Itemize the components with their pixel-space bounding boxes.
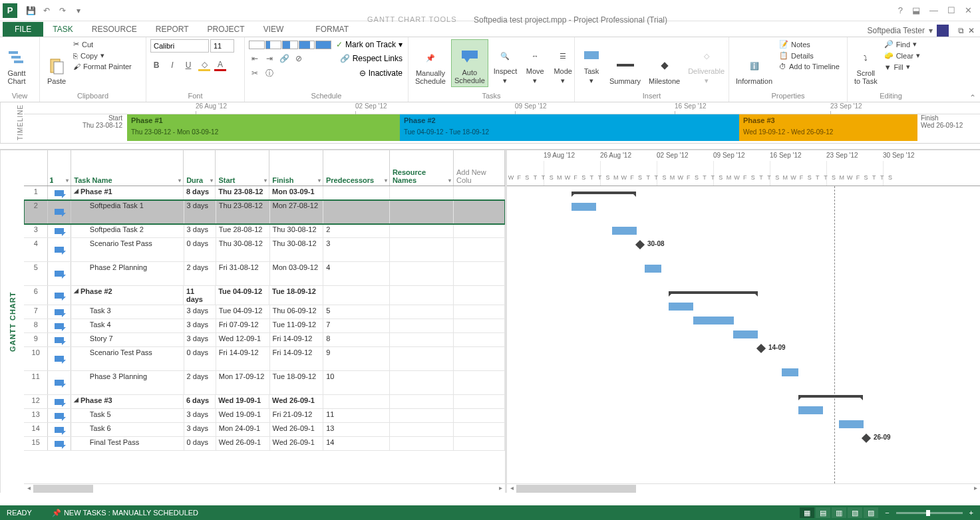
- duration-cell[interactable]: 0 days: [184, 437, 216, 450]
- add-cell[interactable]: [454, 333, 505, 346]
- help-icon[interactable]: ?: [898, 5, 903, 15]
- outdent-button[interactable]: ⇤: [249, 53, 261, 65]
- redo-icon[interactable]: ↷: [56, 4, 69, 17]
- gantt-milestone[interactable]: [635, 240, 645, 249]
- zoom-in-button[interactable]: +: [969, 509, 973, 517]
- predecessors-cell[interactable]: [323, 200, 390, 223]
- start-cell[interactable]: Fri 07-09-12: [216, 319, 270, 332]
- inspect-button[interactable]: 🔍Inspect▾: [491, 39, 520, 87]
- task-name-cell[interactable]: ◢Phase #2: [71, 286, 184, 305]
- add-cell[interactable]: [454, 238, 505, 261]
- underline-button[interactable]: U: [182, 59, 194, 71]
- start-cell[interactable]: Thu 30-08-12: [216, 238, 270, 261]
- table-row[interactable]: 5 Phase 2 Planning 2 days Fri 31-08-12 M…: [24, 262, 505, 286]
- resource-cell[interactable]: [390, 333, 454, 346]
- manually-schedule-button[interactable]: 📌Manually Schedule: [412, 39, 448, 87]
- col-indicator[interactable]: i1▾: [48, 150, 71, 186]
- ribbon-collapse-icon[interactable]: ⬓: [912, 5, 920, 15]
- view-resource-icon[interactable]: ▨: [864, 507, 878, 518]
- task-name-cell[interactable]: Task 4: [71, 319, 184, 332]
- gantt-task-bar[interactable]: [782, 368, 798, 376]
- task-name-cell[interactable]: Phase 3 Planning: [71, 371, 184, 394]
- add-cell[interactable]: [454, 186, 505, 199]
- font-name-input[interactable]: [150, 39, 209, 53]
- table-row[interactable]: 10 Scenario Test Pass 0 days Fri 14-09-1…: [24, 347, 505, 371]
- add-cell[interactable]: [454, 409, 505, 422]
- task-mode-cell[interactable]: [48, 319, 71, 332]
- gantt-task-bar[interactable]: [612, 227, 637, 235]
- resource-cell[interactable]: [390, 200, 454, 223]
- table-row[interactable]: 14 Task 6 3 days Mon 24-09-1 Wed 26-09-1…: [24, 423, 505, 437]
- respect-links-button[interactable]: 🔗Respect Links: [339, 53, 404, 65]
- row-number[interactable]: 7: [24, 305, 48, 319]
- finish-cell[interactable]: Fri 14-09-12: [270, 347, 324, 370]
- close-icon[interactable]: ✕: [965, 5, 972, 15]
- view-usage-icon[interactable]: ▤: [816, 507, 830, 518]
- gantt-milestone[interactable]: [862, 434, 871, 443]
- tester-name[interactable]: Softpedia Tester: [867, 26, 925, 35]
- gantt-milestone[interactable]: [756, 344, 766, 353]
- save-icon[interactable]: 💾: [24, 4, 37, 17]
- task-name-cell[interactable]: Softpedia Task 2: [71, 224, 184, 237]
- zoom-slider[interactable]: [896, 512, 963, 514]
- task-name-cell[interactable]: Scenario Test Pass: [71, 347, 184, 370]
- row-number[interactable]: 10: [24, 347, 48, 370]
- row-number[interactable]: 1: [24, 186, 48, 199]
- table-row[interactable]: 9 Story 7 3 days Wed 12-09-1 Fri 14-09-1…: [24, 333, 505, 347]
- task-mode-cell[interactable]: [48, 347, 71, 370]
- task-mode-cell[interactable]: [48, 409, 71, 422]
- gantt-task-bar[interactable]: [693, 317, 734, 325]
- row-number[interactable]: 2: [24, 200, 48, 223]
- details-button[interactable]: 📋Details: [778, 51, 841, 61]
- start-cell[interactable]: Fri 14-09-12: [216, 347, 270, 370]
- task-name-cell[interactable]: Final Test Pass: [71, 437, 184, 450]
- cut-button[interactable]: ✂Cut: [72, 39, 133, 49]
- finish-cell[interactable]: Thu 30-08-12: [270, 224, 324, 237]
- task-name-cell[interactable]: ◢Phase #1: [71, 186, 184, 199]
- qat-dropdown-icon[interactable]: ▾: [72, 4, 85, 17]
- duration-cell[interactable]: 0 days: [184, 238, 216, 261]
- duration-cell[interactable]: 3 days: [184, 409, 216, 422]
- expand-icon[interactable]: ◢: [74, 287, 79, 294]
- information-button[interactable]: ℹ️Information: [733, 39, 775, 87]
- gantt-task-bar[interactable]: [572, 203, 596, 211]
- predecessors-cell[interactable]: 11: [323, 409, 390, 422]
- clear-button[interactable]: 🧽Clear ▾: [883, 51, 921, 61]
- resource-cell[interactable]: [390, 186, 454, 199]
- finish-cell[interactable]: Thu 06-09-12: [270, 305, 324, 319]
- fill-color-button[interactable]: ◇: [198, 59, 210, 71]
- tab-project[interactable]: PROJECT: [198, 22, 254, 37]
- task-mode-cell[interactable]: [48, 333, 71, 346]
- finish-cell[interactable]: Thu 30-08-12: [270, 238, 324, 261]
- finish-cell[interactable]: Fri 21-09-12: [270, 409, 324, 422]
- row-number[interactable]: 13: [24, 409, 48, 422]
- predecessors-cell[interactable]: 8: [323, 333, 390, 346]
- doc-close-icon[interactable]: ✕: [968, 26, 975, 35]
- tab-file[interactable]: FILE: [3, 22, 43, 37]
- chevron-down-icon[interactable]: ▾: [929, 26, 933, 35]
- add-cell[interactable]: [454, 319, 505, 332]
- avatar[interactable]: [937, 25, 949, 37]
- undo-icon[interactable]: ↶: [40, 4, 53, 17]
- table-row[interactable]: 1 ◢Phase #1 8 days Thu 23-08-12 Mon 03-0…: [24, 186, 505, 200]
- table-row[interactable]: 8 Task 4 3 days Fri 07-09-12 Tue 11-09-1…: [24, 319, 505, 333]
- start-cell[interactable]: Wed 12-09-1: [216, 333, 270, 346]
- resource-cell[interactable]: [390, 286, 454, 305]
- finish-cell[interactable]: Mon 27-08-12: [270, 200, 324, 223]
- milestone-button[interactable]: Milestone: [646, 39, 683, 87]
- paste-button[interactable]: Paste: [44, 39, 69, 87]
- italic-button[interactable]: I: [166, 59, 178, 71]
- row-number[interactable]: 9: [24, 333, 48, 346]
- tab-view[interactable]: VIEW: [254, 22, 293, 37]
- predecessors-cell[interactable]: 13: [323, 423, 390, 436]
- task-name-cell[interactable]: Task 3: [71, 305, 184, 319]
- task-name-cell[interactable]: ◢Phase #3: [71, 395, 184, 408]
- add-cell[interactable]: [454, 262, 505, 285]
- finish-cell[interactable]: Tue 18-09-12: [269, 286, 323, 305]
- pct-25-button[interactable]: [265, 41, 281, 49]
- table-row[interactable]: 11 Phase 3 Planning 2 days Mon 17-09-12 …: [24, 371, 505, 395]
- gantt-chart-button[interactable]: Gantt Chart: [4, 39, 29, 87]
- predecessors-cell[interactable]: 3: [323, 238, 390, 261]
- duration-cell[interactable]: 8 days: [184, 186, 216, 199]
- finish-cell[interactable]: Mon 03-09-12: [270, 262, 324, 285]
